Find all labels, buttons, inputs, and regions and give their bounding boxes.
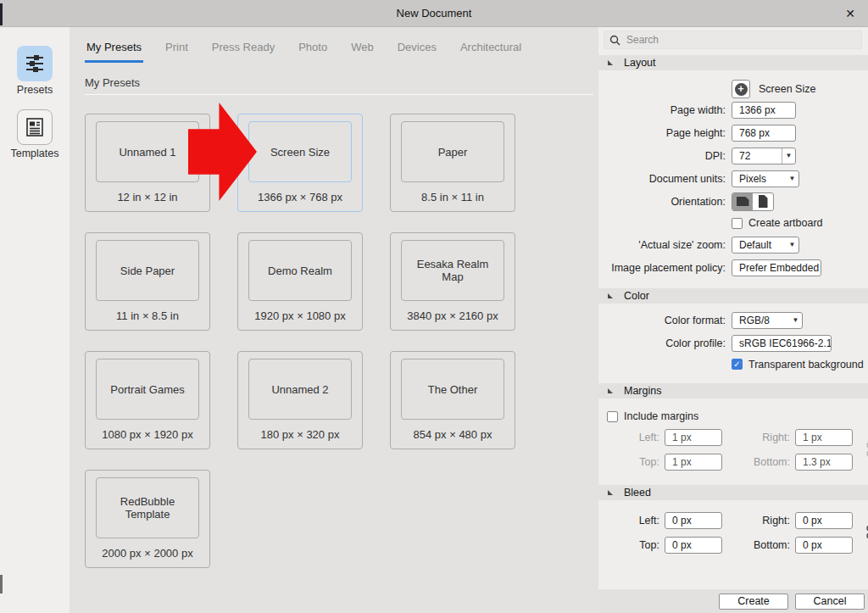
- section-header-margins[interactable]: Margins: [598, 383, 868, 398]
- margins-link-icon[interactable]: [865, 437, 868, 461]
- margin-right-label: Right:: [727, 432, 790, 443]
- create-artboard-checkbox[interactable]: [732, 218, 743, 229]
- transparent-background-label: Transparent background: [748, 359, 864, 371]
- tab-architectural[interactable]: Architectural: [459, 37, 523, 63]
- preset-card-demo-realm[interactable]: Demo Realm 1920 px × 1080 px: [237, 232, 363, 331]
- margin-right-field[interactable]: [795, 429, 853, 446]
- preset-card-redbubble-template[interactable]: RedBubble Template 2000 px × 2000 px: [85, 470, 210, 568]
- color-format-dropdown[interactable]: RGB/8 ▼: [732, 312, 803, 329]
- preset-dimensions: 854 px × 480 px: [401, 420, 504, 449]
- tab-print[interactable]: Print: [164, 37, 190, 63]
- margin-top-field[interactable]: [665, 454, 722, 471]
- preset-name-label: Screen Size: [759, 83, 815, 95]
- sidebar: Presets Templates: [0, 27, 70, 613]
- preset-name: Side Paper: [120, 265, 175, 277]
- search-box[interactable]: [604, 31, 862, 49]
- presets-panel: My Presets Print Press Ready Photo Web D…: [70, 27, 598, 613]
- preset-name: The Other: [428, 383, 478, 396]
- bleed-top-field[interactable]: [665, 537, 722, 554]
- preset-card-paper[interactable]: Paper 8.5 in × 11 in: [390, 114, 515, 212]
- orientation-landscape-button[interactable]: [732, 193, 753, 210]
- margin-left-label: Left:: [605, 432, 659, 443]
- preset-dimensions: 1920 px × 1080 px: [248, 301, 352, 330]
- check-icon: ✓: [733, 360, 740, 369]
- templates-icon: [17, 109, 53, 145]
- titlebar: New Document ✕: [0, 0, 868, 27]
- create-artboard-label: Create artboard: [748, 217, 823, 229]
- preset-thumbnail: Portrait Games: [96, 359, 199, 420]
- section-header-layout[interactable]: Layout: [598, 55, 868, 70]
- sidebar-item-label: Presets: [17, 84, 53, 96]
- actual-size-zoom-dropdown[interactable]: Default ▼: [732, 237, 799, 254]
- section-title: Bleed: [624, 487, 651, 499]
- color-section: Color format: RGB/8 ▼ Color profile: sRG…: [598, 304, 868, 377]
- preset-card-side-paper[interactable]: Side Paper 11 in × 8.5 in: [85, 232, 210, 331]
- search-icon: [609, 35, 620, 46]
- bleed-left-field[interactable]: [665, 512, 722, 529]
- orientation-label: Orientation:: [598, 196, 726, 208]
- preset-card-unnamed-2[interactable]: Unnamed 2 180 px × 320 px: [237, 351, 363, 449]
- add-preset-button[interactable]: +: [732, 80, 750, 98]
- chevron-down-icon: ▼: [786, 175, 798, 182]
- close-icon[interactable]: ✕: [837, 0, 863, 27]
- create-button[interactable]: Create: [719, 593, 788, 610]
- section-title: Color: [624, 290, 649, 302]
- preset-thumbnail: Side Paper: [96, 240, 199, 301]
- sidebar-item-templates[interactable]: Templates: [11, 109, 59, 159]
- section-header-bleed[interactable]: Bleed: [598, 485, 868, 500]
- page-width-field[interactable]: [732, 102, 796, 119]
- preset-card-the-other[interactable]: The Other 854 px × 480 px: [390, 351, 515, 449]
- document-units-dropdown[interactable]: Pixels ▼: [732, 170, 799, 187]
- preset-thumbnail: The Other: [401, 359, 504, 420]
- preset-card-screen-size[interactable]: Screen Size 1366 px × 768 px: [237, 114, 363, 212]
- landscape-page-icon: [737, 197, 749, 206]
- preset-dimensions: 2000 px × 2000 px: [96, 538, 199, 567]
- orientation-portrait-button[interactable]: [753, 193, 773, 210]
- background-window-fragment: [0, 3, 3, 25]
- margin-bottom-field[interactable]: [795, 454, 853, 471]
- tab-web[interactable]: Web: [349, 37, 376, 63]
- color-profile-dropdown[interactable]: sRGB IEC61966-2.1 ▼: [732, 335, 832, 352]
- preset-dimensions: 180 px × 320 px: [248, 420, 352, 449]
- margin-top-label: Top:: [605, 456, 659, 468]
- tab-press-ready[interactable]: Press Ready: [210, 37, 276, 63]
- tab-photo[interactable]: Photo: [297, 37, 329, 63]
- expander-icon: [608, 490, 613, 495]
- page-width-label: Page width:: [598, 104, 726, 116]
- presets-icon: [17, 46, 53, 81]
- preset-name: Demo Realm: [268, 265, 332, 277]
- search-input[interactable]: [625, 33, 856, 47]
- margin-bottom-label: Bottom:: [727, 456, 790, 468]
- bleed-right-field[interactable]: [795, 512, 853, 529]
- dpi-dropdown[interactable]: 72 ▼: [732, 148, 796, 164]
- margin-left-field[interactable]: [665, 429, 722, 446]
- transparent-background-checkbox[interactable]: ✓: [732, 359, 743, 370]
- layout-section: + Screen Size Page width: Page height: D…: [598, 70, 868, 282]
- color-format-label: Color format:: [598, 315, 726, 326]
- tab-my-presets[interactable]: My Presets: [85, 37, 143, 63]
- expander-icon: [608, 388, 613, 393]
- page-height-field[interactable]: [732, 125, 796, 142]
- preset-thumbnail: Unnamed 2: [248, 359, 352, 420]
- bleed-bottom-field[interactable]: [795, 537, 853, 554]
- margins-fields: Left: Right: Top: Bottom:: [598, 422, 868, 476]
- expander-icon: [608, 293, 613, 298]
- chevron-down-icon: ▼: [782, 152, 795, 159]
- preset-card-eesaka-realm-map[interactable]: Eesaka Realm Map 3840 px × 2160 px: [390, 232, 515, 331]
- preset-grid: Unnamed 1 12 in × 12 in Screen Size 1366…: [85, 114, 598, 568]
- bleed-link-icon[interactable]: [865, 515, 868, 549]
- preset-thumbnail: Eesaka Realm Map: [401, 240, 504, 301]
- color-profile-label: Color profile:: [598, 337, 726, 349]
- preset-name: Eesaka Realm Map: [407, 258, 498, 283]
- include-margins-checkbox[interactable]: [607, 411, 618, 422]
- tab-devices[interactable]: Devices: [396, 37, 438, 63]
- preset-card-portrait-games[interactable]: Portrait Games 1080 px × 1920 px: [85, 351, 210, 449]
- background-window-fragment: [0, 575, 3, 593]
- cancel-button[interactable]: Cancel: [795, 593, 865, 610]
- bleed-right-label: Right:: [727, 515, 790, 527]
- section-header-color[interactable]: Color: [598, 288, 868, 304]
- image-placement-dropdown[interactable]: Prefer Embedded ▼: [732, 259, 821, 276]
- chevron-down-icon: ▼: [789, 316, 802, 324]
- preset-name: Paper: [438, 146, 468, 159]
- sidebar-item-presets[interactable]: Presets: [17, 46, 53, 96]
